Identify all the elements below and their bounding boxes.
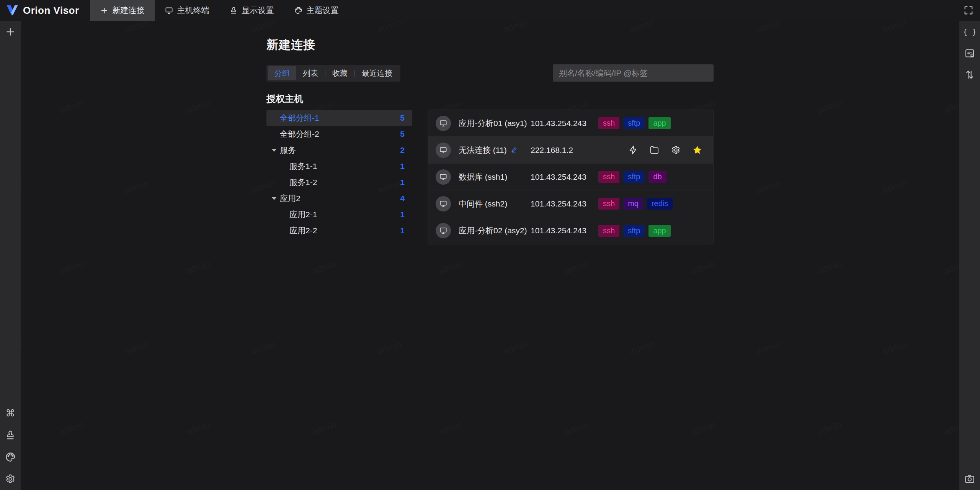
- watermark-text: admin: [881, 21, 908, 35]
- watermark-text: admin: [184, 420, 211, 438]
- command-button[interactable]: ⌘: [5, 408, 16, 419]
- host-name-text: 应用-分析01 (asy1): [459, 118, 527, 129]
- watermark-text: admin: [881, 339, 908, 357]
- topbar-tab-label: 显示设置: [242, 5, 274, 16]
- tree-expand-arrow-icon[interactable]: [272, 149, 276, 152]
- stamp-button[interactable]: [5, 429, 16, 441]
- watermark-text: admin: [437, 259, 464, 277]
- view-tab-3[interactable]: 收藏: [326, 66, 354, 80]
- watermark-text: admin: [376, 339, 403, 357]
- view-tab-1[interactable]: 分组: [268, 66, 296, 80]
- gear-button[interactable]: [5, 473, 16, 485]
- body-row: 授权主机 全部分组-15全部分组-25服务2服务1-11服务1-21应用24应用…: [266, 93, 714, 244]
- watermark-text: admin: [21, 339, 24, 357]
- watermark-text: admin: [942, 98, 959, 116]
- braces-button[interactable]: { }: [964, 26, 975, 38]
- watermark-text: admin: [310, 259, 338, 277]
- protocol-tag-ssh: ssh: [598, 225, 619, 237]
- host-list-panel: 应用-分析01 (asy1)101.43.254.243sshsftpapp无法…: [428, 93, 714, 244]
- tree-item-6[interactable]: 应用24: [266, 190, 412, 206]
- topbar-tab-label: 新建连接: [113, 5, 145, 16]
- watermark-text: admin: [942, 259, 959, 277]
- lightning-action-icon[interactable]: [628, 145, 638, 155]
- app-title: Orion Visor: [23, 5, 79, 16]
- host-row-2[interactable]: 无法连接 (11)222.168.1.2: [428, 137, 713, 164]
- watermark-text: admin: [437, 420, 464, 438]
- tree-item-label: 服务: [280, 145, 296, 156]
- gear-action-icon[interactable]: [671, 145, 681, 155]
- orion-v-logo-icon: [5, 3, 19, 17]
- host-row-4[interactable]: 中间件 (ssh2)101.43.254.243sshmqredis: [428, 190, 713, 217]
- tree-item-5[interactable]: 服务1-21: [266, 174, 412, 190]
- watermark-text: admin: [755, 339, 782, 357]
- protocol-tag-app: app: [648, 225, 670, 237]
- host-row-3[interactable]: 数据库 (ssh1)101.43.254.243sshsftpdb: [428, 164, 713, 190]
- tree-item-3[interactable]: 服务2: [266, 142, 412, 158]
- topbar-tab-3[interactable]: 显示设置: [219, 0, 284, 21]
- tree-item-7[interactable]: 应用2-11: [266, 206, 412, 223]
- watermark-text: admin: [21, 21, 24, 35]
- host-list: 应用-分析01 (asy1)101.43.254.243sshsftpapp无法…: [428, 110, 714, 244]
- watermark-text: admin: [21, 178, 24, 196]
- host-actions: [628, 145, 702, 155]
- topbar-tab-label: 主题设置: [307, 5, 339, 16]
- watermark-text: admin: [58, 259, 85, 277]
- watermark-text: admin: [816, 259, 843, 277]
- host-row-1[interactable]: 应用-分析01 (asy1)101.43.254.243sshsftpapp: [428, 110, 713, 137]
- gear-icon: [5, 473, 16, 485]
- watermark-text: admin: [755, 21, 782, 35]
- right-sidebar: { }: [959, 21, 980, 490]
- view-tab-4[interactable]: 最近连接: [355, 66, 399, 80]
- sort-button[interactable]: [964, 69, 975, 80]
- tree-item-8[interactable]: 应用2-21: [266, 223, 412, 239]
- fullscreen-icon[interactable]: [963, 5, 974, 16]
- left-sidebar-bottom: ⌘: [5, 408, 16, 485]
- topbar-tabs: 新建连接主机终端显示设置主题设置: [90, 0, 349, 21]
- tree-item-count: 2: [400, 146, 405, 155]
- topbar-tab-1[interactable]: 新建连接: [90, 0, 155, 21]
- host-ip: 222.168.1.2: [531, 146, 598, 155]
- command-icon: ⌘: [5, 408, 16, 419]
- watermark-text: admin: [123, 339, 150, 357]
- host-name-text: 中间件 (ssh2): [459, 198, 507, 209]
- watermark-text: admin: [628, 339, 655, 357]
- tree-item-label: 服务1-2: [289, 177, 317, 188]
- folder-action-icon[interactable]: [649, 145, 660, 155]
- monitor-icon: [165, 6, 173, 15]
- host-avatar: [436, 116, 451, 131]
- topbar-tab-2[interactable]: 主机终端: [155, 0, 219, 21]
- tree-item-1[interactable]: 全部分组-15: [266, 110, 412, 126]
- watermark-text: admin: [123, 21, 150, 35]
- edit-name-icon[interactable]: [510, 146, 518, 154]
- tree-item-count: 5: [400, 129, 405, 139]
- watermark-text: admin: [881, 178, 908, 196]
- form-button[interactable]: [964, 48, 975, 59]
- stamp-icon: [229, 6, 238, 15]
- view-tab-2[interactable]: 列表: [296, 66, 325, 80]
- left-sidebar: ⌘: [0, 21, 21, 490]
- tree-item-count: 5: [400, 113, 405, 123]
- search-input[interactable]: [553, 64, 714, 82]
- watermark-text: admin: [942, 420, 959, 438]
- controls-row: 分组列表收藏最近连接: [266, 64, 714, 82]
- content: 新建连接 分组列表收藏最近连接 授权主机 全部分组-15全部分组-25服务2服务…: [266, 21, 714, 244]
- camera-icon: [964, 473, 975, 485]
- watermark-text: admin: [563, 259, 590, 277]
- plus-button[interactable]: [5, 26, 16, 38]
- tree-header: 授权主机: [266, 93, 412, 105]
- topbar-tab-4[interactable]: 主题设置: [284, 0, 349, 21]
- palette-button[interactable]: [5, 451, 16, 463]
- host-row-5[interactable]: 应用-分析02 (asy2)101.43.254.243sshsftpapp: [428, 217, 713, 244]
- left-sidebar-top: [5, 26, 16, 38]
- plus-icon: [5, 26, 16, 38]
- star-action-icon[interactable]: [692, 145, 702, 155]
- watermark-text: admin: [123, 178, 150, 196]
- watermark-text: admin: [249, 339, 276, 357]
- tree-expand-arrow-icon[interactable]: [272, 197, 276, 200]
- topbar: Orion Visor 新建连接主机终端显示设置主题设置: [0, 0, 980, 21]
- tree-item-2[interactable]: 全部分组-25: [266, 126, 412, 142]
- tree-item-4[interactable]: 服务1-11: [266, 158, 412, 174]
- host-name: 数据库 (ssh1): [459, 172, 531, 182]
- camera-button[interactable]: [964, 473, 975, 485]
- page-title: 新建连接: [266, 37, 714, 53]
